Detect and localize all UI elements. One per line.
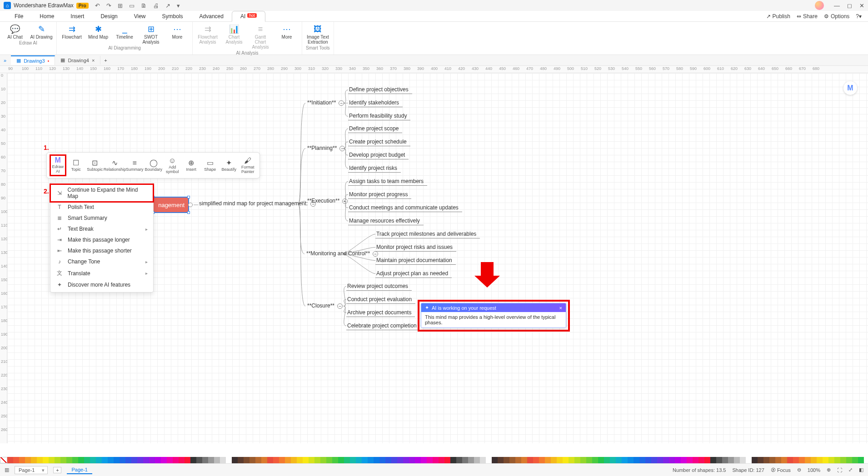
color-swatch[interactable] bbox=[616, 457, 622, 463]
fit-page-icon[interactable]: ⛶ bbox=[837, 467, 842, 473]
leaf-1-3[interactable]: Identify project risks bbox=[349, 165, 397, 171]
color-swatch[interactable] bbox=[244, 457, 249, 463]
ctx-discover-more[interactable]: ✦Discover more AI features bbox=[50, 279, 153, 290]
close-tab-icon[interactable]: × bbox=[92, 58, 95, 63]
color-swatch[interactable] bbox=[622, 457, 628, 463]
ctx-text-break[interactable]: ↵Text Break▸ bbox=[50, 223, 153, 234]
doc-tab-drawing4[interactable]: ▦Drawing4× bbox=[55, 56, 100, 64]
color-swatch[interactable] bbox=[521, 457, 527, 463]
panels-icon[interactable]: ◧ bbox=[859, 467, 863, 473]
color-swatch[interactable] bbox=[415, 457, 421, 463]
color-swatch[interactable] bbox=[143, 457, 149, 463]
color-swatch[interactable] bbox=[811, 457, 817, 463]
color-swatch[interactable] bbox=[238, 457, 244, 463]
color-swatch[interactable] bbox=[173, 457, 179, 463]
color-swatch[interactable] bbox=[167, 457, 173, 463]
new-icon[interactable]: ⊞ bbox=[118, 2, 123, 9]
color-swatch[interactable] bbox=[787, 457, 793, 463]
leaf-1-2[interactable]: Develop project budget bbox=[349, 152, 405, 158]
toolbar-boundary[interactable]: ◯Boundary bbox=[145, 159, 163, 172]
color-swatch[interactable] bbox=[704, 457, 710, 463]
open-icon[interactable]: ▭ bbox=[129, 2, 135, 9]
color-swatch[interactable] bbox=[527, 457, 533, 463]
color-swatch[interactable] bbox=[214, 457, 220, 463]
color-swatch[interactable] bbox=[746, 457, 752, 463]
color-swatch[interactable] bbox=[120, 457, 125, 463]
no-fill-swatch[interactable] bbox=[0, 457, 7, 463]
collapse-icon[interactable]: – bbox=[337, 303, 343, 309]
new-tab-button[interactable]: + bbox=[100, 58, 110, 63]
menu-home[interactable]: Home bbox=[31, 11, 62, 21]
color-swatch[interactable] bbox=[834, 457, 840, 463]
color-swatch[interactable] bbox=[84, 457, 90, 463]
color-swatch[interactable] bbox=[43, 457, 49, 463]
color-swatch[interactable] bbox=[19, 457, 25, 463]
leaf-0-2[interactable]: Perform feasibility study bbox=[349, 113, 407, 119]
leaf-2-2[interactable]: Conduct meetings and communicate updates bbox=[349, 204, 459, 211]
color-swatch[interactable] bbox=[533, 457, 539, 463]
color-swatch[interactable] bbox=[551, 457, 557, 463]
color-swatch[interactable] bbox=[31, 457, 37, 463]
color-swatch[interactable] bbox=[645, 457, 651, 463]
color-swatch[interactable] bbox=[37, 457, 43, 463]
leaf-4-0[interactable]: Review project outcomes bbox=[347, 283, 408, 289]
ctx-polish-text[interactable]: TPolish Text bbox=[50, 202, 153, 213]
color-swatch[interactable] bbox=[344, 457, 350, 463]
color-swatch[interactable] bbox=[131, 457, 137, 463]
leaf-3-3[interactable]: Adjust project plan as needed bbox=[376, 270, 448, 277]
color-swatch[interactable] bbox=[60, 457, 66, 463]
color-swatch[interactable] bbox=[462, 457, 468, 463]
color-swatch[interactable] bbox=[90, 457, 96, 463]
popup-close-icon[interactable]: × bbox=[559, 305, 562, 311]
branch-2[interactable]: **Execution**– bbox=[307, 198, 348, 204]
add-page-button[interactable]: + bbox=[53, 467, 61, 473]
color-swatch[interactable] bbox=[374, 457, 379, 463]
color-swatch[interactable] bbox=[698, 457, 704, 463]
leaf-0-0[interactable]: Define project objectives bbox=[349, 86, 409, 93]
color-swatch[interactable] bbox=[823, 457, 828, 463]
color-swatch[interactable] bbox=[775, 457, 781, 463]
ribbon-ai-drawing[interactable]: ✎AI Drawing bbox=[30, 24, 53, 40]
color-swatch[interactable] bbox=[102, 457, 108, 463]
color-swatch[interactable] bbox=[338, 457, 344, 463]
ribbon-chart-analysis[interactable]: 📊Chart Analysis bbox=[223, 24, 245, 50]
color-swatch[interactable] bbox=[13, 457, 19, 463]
color-swatch[interactable] bbox=[444, 457, 450, 463]
color-swatch[interactable] bbox=[592, 457, 598, 463]
ctx-translate[interactable]: 文Translate▸ bbox=[50, 267, 153, 279]
color-swatch[interactable] bbox=[421, 457, 427, 463]
page-dropdown[interactable]: Page-1 bbox=[15, 466, 48, 474]
color-swatch[interactable] bbox=[303, 457, 309, 463]
color-swatch[interactable] bbox=[279, 457, 285, 463]
ctx-make-shorter[interactable]: ⇤Make this passage shorter bbox=[50, 245, 153, 256]
export-icon[interactable]: ↗ bbox=[165, 2, 170, 9]
toolbar-format-painter[interactable]: 🖌Format Painter bbox=[239, 156, 257, 174]
color-swatch[interactable] bbox=[155, 457, 161, 463]
ribbon-more-analysis[interactable]: ⋯More bbox=[275, 24, 298, 50]
color-swatch[interactable] bbox=[480, 457, 486, 463]
ctx-smart-summary[interactable]: ≣Smart Summary bbox=[50, 213, 153, 223]
color-swatch[interactable] bbox=[509, 457, 515, 463]
collapse-icon[interactable]: – bbox=[373, 251, 378, 257]
color-swatch[interactable] bbox=[78, 457, 84, 463]
color-swatch[interactable] bbox=[840, 457, 846, 463]
undo-icon[interactable]: ↶ bbox=[95, 2, 100, 9]
publish-button[interactable]: ↗ Publish bbox=[766, 13, 790, 20]
leaf-1-1[interactable]: Create project schedule bbox=[349, 139, 407, 145]
color-swatch[interactable] bbox=[314, 457, 320, 463]
color-swatch[interactable] bbox=[350, 457, 356, 463]
qat-more-icon[interactable]: ▾ bbox=[177, 2, 180, 9]
options-button[interactable]: ⚙ Options bbox=[824, 13, 849, 20]
ribbon-mind-map[interactable]: ✱Mind Map bbox=[87, 24, 110, 45]
color-swatch[interactable] bbox=[716, 457, 722, 463]
ai-assistant-button[interactable]: M bbox=[843, 81, 857, 95]
color-swatch[interactable] bbox=[249, 457, 255, 463]
mindmap-root-node[interactable]: nagement bbox=[153, 197, 189, 213]
color-swatch[interactable] bbox=[634, 457, 639, 463]
zoom-in-icon[interactable]: ⊕ bbox=[827, 467, 831, 473]
color-swatch[interactable] bbox=[385, 457, 391, 463]
color-swatch[interactable] bbox=[828, 457, 834, 463]
color-swatch[interactable] bbox=[137, 457, 143, 463]
menu-insert[interactable]: Insert bbox=[62, 11, 92, 21]
color-swatch[interactable] bbox=[769, 457, 775, 463]
